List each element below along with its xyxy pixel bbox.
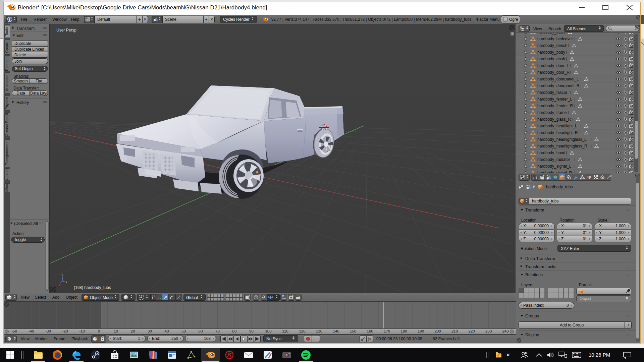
svg-text:hardbody_hood: hardbody_hood [537,150,565,155]
svg-text:hardbody_headlightglass_L: hardbody_headlightglass_L [537,137,587,142]
svg-text:hardbody_glass_R: hardbody_glass_R [537,117,571,122]
svg-text:hardbody_bench: hardbody_bench [537,43,567,48]
svg-text:hardbody_frame: hardbody_frame [537,110,567,115]
svg-text:y: y [66,280,67,283]
svg-text:hardbody_bed: hardbody_bed [537,33,563,35]
svg-text:hardbody_headlight_L: hardbody_headlight_L [537,124,577,128]
svg-text:hardbody_bedcover: hardbody_bedcover [537,37,573,41]
svg-text:hardbody_door_L: hardbody_door_L [537,63,569,68]
svg-text:hardbody_signal_R: hardbody_signal_R [537,171,572,173]
svg-text:hardbody_headlightglass_R: hardbody_headlightglass_R [537,144,587,148]
svg-text:hardbody_doorpanel_R: hardbody_doorpanel_R [537,83,580,88]
svg-text:hardbody_fascia: hardbody_fascia [537,90,567,95]
svg-text:hardbody_fender_L: hardbody_fender_L [537,97,572,102]
svg-text:hardbody_radiator: hardbody_radiator [537,157,570,162]
svg-text:x: x [59,283,60,286]
svg-text:hardbody_door_R: hardbody_door_R [537,70,570,75]
svg-text:hardbody_fender_R: hardbody_fender_R [537,104,573,108]
svg-text:hardbody_headlight_R: hardbody_headlight_R [537,130,578,135]
svg-text:hardbody_signal_L: hardbody_signal_L [537,164,572,169]
svg-text:z: z [62,274,63,277]
svg-text:hardbody_body: hardbody_body [537,50,565,55]
svg-text:hardbody_dash: hardbody_dash [537,57,565,61]
svg-text:hardbody_doorpanel_L: hardbody_doorpanel_L [537,77,579,81]
